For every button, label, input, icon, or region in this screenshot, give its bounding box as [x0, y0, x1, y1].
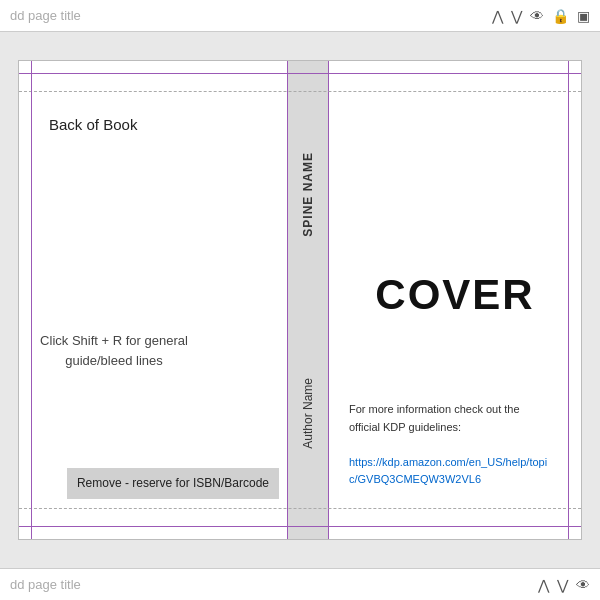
front-cover: COVER For more information check out the…	[329, 61, 581, 539]
guide-inner-top	[19, 91, 581, 92]
cover-title: COVER	[375, 271, 534, 319]
lock-icon[interactable]: 🔒	[552, 8, 569, 24]
isbn-label: Remove - reserve for ISBN/Barcode	[77, 476, 269, 490]
spine-name[interactable]: SPINE NAME	[301, 152, 315, 237]
bottom-eye-icon[interactable]: 👁	[576, 577, 590, 593]
spine-author[interactable]: Author Name	[301, 378, 315, 449]
copy-icon[interactable]: ▣	[577, 8, 590, 24]
bottom-up-arrow-icon[interactable]: ⋀	[538, 577, 549, 593]
guide-outer-top	[19, 73, 581, 74]
guide-inner-bottom	[19, 508, 581, 509]
isbn-box[interactable]: Remove - reserve for ISBN/Barcode	[67, 468, 279, 499]
kdp-info: For more information check out the offic…	[349, 401, 549, 489]
top-page-title[interactable]: dd page title	[10, 8, 81, 23]
up-arrow-icon[interactable]: ⋀	[492, 8, 503, 24]
kdp-url[interactable]: https://kdp.amazon.com/en_US/help/topic/…	[349, 456, 547, 486]
book-wrapper: Back of Book Click Shift + R for general…	[18, 60, 582, 540]
guide-outer-bottom	[19, 526, 581, 527]
back-cover-hint: Click Shift + R for general guide/bleed …	[39, 331, 189, 370]
back-cover-title: Back of Book	[49, 116, 137, 133]
bottom-down-arrow-icon[interactable]: ⋁	[557, 577, 568, 593]
bottom-toolbar-icons: ⋀ ⋁ 👁	[538, 577, 590, 593]
top-toolbar: dd page title ⋀ ⋁ 👁 🔒 ▣	[0, 0, 600, 32]
canvas-area: Back of Book Click Shift + R for general…	[0, 32, 600, 568]
guide-outer-left	[31, 61, 32, 539]
back-cover: Back of Book Click Shift + R for general…	[19, 61, 287, 539]
guide-outer-right	[568, 61, 569, 539]
bottom-toolbar: dd page title ⋀ ⋁ 👁	[0, 568, 600, 600]
spine-section: SPINE NAME Author Name	[287, 61, 329, 539]
down-arrow-icon[interactable]: ⋁	[511, 8, 522, 24]
top-toolbar-icons: ⋀ ⋁ 👁 🔒 ▣	[492, 8, 590, 24]
bottom-page-title[interactable]: dd page title	[10, 577, 81, 592]
kdp-text: For more information check out the offic…	[349, 403, 520, 433]
eye-icon[interactable]: 👁	[530, 8, 544, 24]
